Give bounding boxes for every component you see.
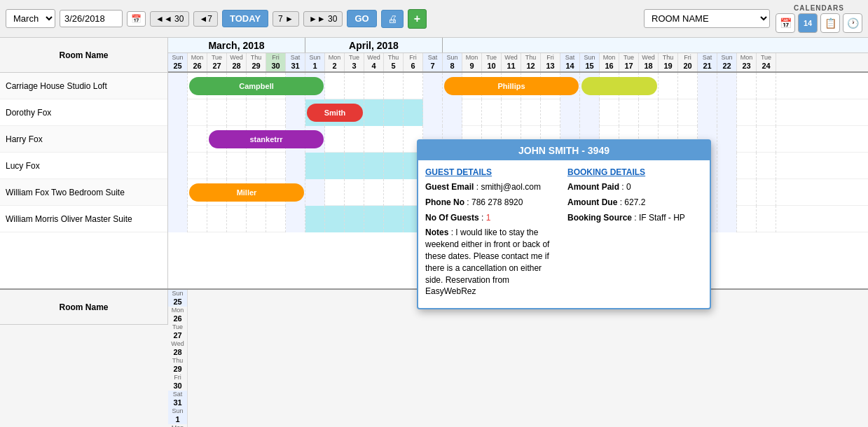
grid-cell	[286, 99, 305, 126]
grid-cell	[678, 99, 698, 126]
day-header-5: Fri30	[266, 53, 286, 71]
grid-cell	[305, 206, 325, 232]
day-header-3: Wed28	[227, 53, 247, 71]
booking-section-title[interactable]: BOOKING DETAILS	[567, 167, 703, 177]
room-william-morris: William Morris Oliver Master Suite	[0, 206, 167, 232]
grid-cell	[266, 153, 286, 179]
bottom-day-7: Sun1	[168, 407, 188, 424]
calendar-icon[interactable]: 📅	[127, 11, 146, 27]
fwd7-button[interactable]: 7 ►	[273, 11, 299, 27]
grid-cell	[639, 99, 659, 126]
popup-guest: GUEST DETAILS Guest Email : smithj@aol.c…	[425, 167, 560, 301]
grid-cell	[737, 179, 757, 206]
grid-cell	[325, 206, 345, 232]
day-header-15: Mon9	[462, 53, 482, 71]
march-header: March, 2018	[168, 38, 305, 52]
grid-cell	[188, 206, 207, 232]
grid-cell	[462, 99, 482, 126]
grid-cell	[717, 179, 737, 206]
grid-cell	[247, 153, 266, 179]
list-cal-icon[interactable]: 📋	[820, 13, 840, 33]
grid-cell	[227, 99, 247, 126]
grid-cell	[404, 99, 423, 126]
grid-cell	[364, 153, 384, 179]
grid-cell	[737, 73, 757, 99]
booking-bar[interactable]: Phillips	[444, 77, 579, 95]
today-button[interactable]: TODAY	[222, 10, 268, 27]
day-header-30: Tue24	[757, 53, 776, 71]
grid-cell	[737, 153, 757, 179]
booking-bar[interactable]	[581, 77, 657, 95]
bottom-grid-dates: Sun25Mon26Tue27Wed28Thu29Fri30Sat31Sun1M…	[168, 290, 868, 427]
guest-section-title[interactable]: GUEST DETAILS	[425, 167, 560, 177]
booking-bar[interactable]: stanketrr	[209, 130, 324, 148]
april-header: April, 2018	[305, 38, 443, 52]
grid-cell	[286, 206, 305, 232]
grid-cell	[757, 99, 776, 126]
back7-button[interactable]: ◄7	[193, 11, 218, 27]
grid-cell	[404, 73, 423, 99]
back30-button[interactable]: ◄◄ 30	[150, 11, 189, 27]
toolbar: March April May 📅 ◄◄ 30 ◄7 TODAY 7 ► ►► …	[0, 0, 868, 38]
grid-cell	[286, 153, 305, 179]
add-button[interactable]: +	[408, 9, 427, 29]
day-header-10: Wed4	[364, 53, 384, 71]
popup-booking: BOOKING DETAILS Amount Paid : 0 Amount D…	[567, 167, 703, 301]
grid-cell	[600, 99, 619, 126]
room-dorothy: Dorothy Fox	[0, 99, 167, 126]
grid-cell	[364, 179, 384, 206]
grid-cell	[266, 206, 286, 232]
day-header-16: Tue10	[482, 53, 502, 71]
grid-cell	[364, 73, 384, 99]
bottom-day-1: Mon26	[168, 307, 188, 323]
monthly-cal-icon[interactable]: 📅	[776, 13, 795, 33]
toolbar-right: ROOM NAME CALENDARS 📅 14 📋 🕐	[644, 4, 862, 33]
grid-cell	[757, 73, 776, 99]
grid-cell	[717, 99, 737, 126]
clock-cal-icon[interactable]: 🕐	[843, 13, 862, 33]
grid-cell	[698, 73, 717, 99]
grid-cell	[423, 73, 443, 99]
popup-amount-due: Amount Due : 627.2	[567, 197, 703, 209]
room-harry: Harry Fox	[0, 126, 167, 153]
day-header-19: Fri13	[541, 53, 560, 71]
grid-cell	[247, 99, 266, 126]
grid-cell	[717, 126, 737, 153]
grid-cell	[266, 99, 286, 126]
grid-cell	[364, 206, 384, 232]
grid-cell	[325, 73, 345, 99]
grid-cell	[521, 99, 541, 126]
grid-cell	[345, 206, 364, 232]
room-lucy: Lucy Fox	[0, 153, 167, 179]
booking-bar[interactable]: Smith	[307, 104, 363, 122]
booking-bar[interactable]: Campbell	[189, 77, 324, 95]
room-labels: Room Name Carriage House Studio Loft Dor…	[0, 38, 168, 288]
month-select[interactable]: March April May	[6, 9, 55, 28]
grid-cell	[698, 99, 717, 126]
grid-cell	[580, 99, 600, 126]
print-button[interactable]: 🖨	[381, 10, 404, 28]
grid-cell	[423, 99, 443, 126]
bottom-room-label: Room Name	[0, 290, 168, 325]
grid-cell	[384, 206, 404, 232]
booking-bar[interactable]: Miller	[189, 183, 304, 202]
date-input[interactable]	[60, 10, 123, 27]
day-header-6: Sat31	[286, 53, 305, 71]
go-button[interactable]: GO	[347, 10, 376, 27]
popup-notes: Notes : I would like to stay the weekend…	[425, 227, 560, 298]
grid-cell	[757, 126, 776, 153]
bottom-day-0: Sun25	[168, 290, 188, 307]
grid-cell	[345, 73, 364, 99]
fwd30-button[interactable]: ►► 30	[303, 11, 343, 27]
grid-cell	[757, 179, 776, 206]
grid-cell	[443, 99, 462, 126]
remaining-header	[443, 38, 868, 52]
popup-title: JOHN SMITH - 3949	[418, 141, 710, 160]
popup-body: GUEST DETAILS Guest Email : smithj@aol.c…	[418, 160, 710, 308]
day-header-24: Wed18	[639, 53, 659, 71]
grid-cell	[188, 153, 207, 179]
room-name-select[interactable]: ROOM NAME	[644, 9, 770, 28]
popup-email: Guest Email : smithj@aol.com	[425, 181, 560, 193]
grid-cell	[207, 206, 227, 232]
grid-cal-icon[interactable]: 14	[798, 13, 818, 33]
